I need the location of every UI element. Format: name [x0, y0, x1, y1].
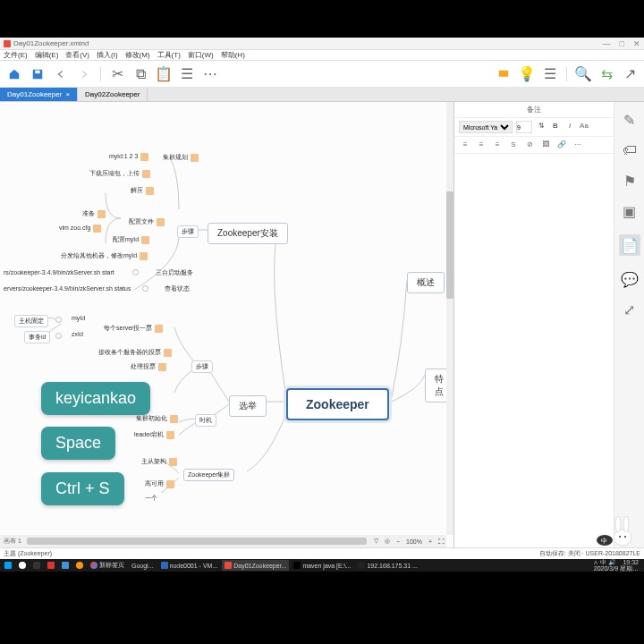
- vertical-scrollbar[interactable]: [446, 102, 453, 535]
- node-central[interactable]: Zookeeper: [286, 388, 389, 420]
- task-xmind[interactable]: Day01Zookeeper...: [222, 560, 289, 571]
- node-zxid[interactable]: zxId: [68, 330, 87, 338]
- node-cfgmyid[interactable]: 配置myId: [109, 234, 153, 245]
- scrollbar-thumb-h[interactable]: [27, 538, 367, 545]
- undo-icon[interactable]: [54, 67, 68, 81]
- task-search[interactable]: [16, 560, 29, 571]
- redo-icon[interactable]: [77, 67, 91, 81]
- font-select[interactable]: Microsoft Ya...: [459, 121, 513, 133]
- search-icon[interactable]: 🔍: [576, 67, 590, 81]
- node-upload[interactable]: 下载压缩包，上传: [86, 168, 154, 179]
- clear-icon[interactable]: ⊘: [523, 140, 536, 150]
- scrollbar-thumb[interactable]: [446, 191, 453, 299]
- node-recvvote[interactable]: 接收各个服务器的投票: [95, 347, 175, 358]
- image-icon[interactable]: 🖼: [539, 140, 552, 150]
- node-votepersrv[interactable]: 每个server投一票: [100, 323, 166, 334]
- font-size-input[interactable]: [516, 121, 532, 133]
- node-hostfix[interactable]: 主机固定: [14, 315, 48, 327]
- home-icon[interactable]: [7, 67, 21, 81]
- node-myid2[interactable]: myId: [68, 314, 89, 322]
- bulb-icon[interactable]: 💡: [520, 67, 534, 81]
- target-icon[interactable]: ◎: [383, 538, 392, 545]
- link-icon[interactable]: 🔗: [555, 140, 568, 150]
- node-ha[interactable]: 高可用: [141, 479, 178, 489]
- font-color-icon[interactable]: Aa: [579, 122, 589, 132]
- flag-icon[interactable]: ⚑: [623, 174, 637, 188]
- paste-icon[interactable]: 📋: [157, 67, 171, 81]
- node-one[interactable]: 一个: [141, 493, 161, 504]
- more-icon[interactable]: ⋯: [572, 140, 584, 150]
- node-vimzoo[interactable]: vim zoo.cfg: [55, 224, 105, 233]
- menu-view[interactable]: 查看(V): [65, 50, 89, 60]
- node-viewstatus[interactable]: 查看状态: [161, 284, 193, 294]
- tab-day02[interactable]: Day02Zookeeper: [78, 88, 148, 101]
- dropdown-icon[interactable]: ⋯: [203, 67, 217, 81]
- task-icon[interactable]: ▣: [623, 204, 637, 218]
- node-unzip[interactable]: 解压: [127, 185, 157, 196]
- menu-tools[interactable]: 工具(T): [157, 50, 181, 60]
- node-distribute[interactable]: 分发给其他机器，修改myId: [57, 250, 151, 261]
- node-startscript[interactable]: rs/zookeeper-3.4.9/bin/zkServer.sh start: [0, 268, 118, 276]
- align-center-icon[interactable]: ≡: [475, 140, 487, 150]
- node-handlevote[interactable]: 处理投票: [127, 361, 170, 372]
- zoom-in-icon[interactable]: +: [427, 538, 434, 545]
- list-icon[interactable]: ☰: [180, 67, 194, 81]
- node-myid-a[interactable]: myid:1 2 3: [106, 152, 152, 162]
- marker-icon[interactable]: 🏷: [623, 143, 637, 157]
- task-cortana[interactable]: [30, 560, 43, 571]
- bold-icon[interactable]: B: [550, 122, 561, 132]
- copy-icon[interactable]: ⧉: [133, 67, 148, 81]
- node-dot3[interactable]: [55, 317, 62, 323]
- node-steps2[interactable]: 步骤: [191, 360, 213, 373]
- overlay-key-2[interactable]: Space: [41, 427, 115, 460]
- comment-icon[interactable]: 💬: [623, 272, 637, 286]
- save-icon[interactable]: [30, 67, 45, 81]
- node-threestart[interactable]: 三台启动服务: [152, 267, 197, 278]
- tab-day01[interactable]: Day01Zookeeper×: [0, 88, 78, 101]
- node-overview[interactable]: 概述: [407, 272, 445, 293]
- export-icon[interactable]: ↗: [623, 67, 637, 81]
- node-dot1[interactable]: [132, 269, 139, 275]
- node-dot2[interactable]: [142, 285, 148, 292]
- theme-icon[interactable]: ☰: [543, 67, 557, 81]
- canvas[interactable]: Zookeeper Zookeeper安装 概述 特点 选举 Zookeeper…: [0, 102, 454, 547]
- node-election[interactable]: 选举: [229, 395, 267, 417]
- node-timing[interactable]: 时机: [195, 414, 216, 427]
- task-firefox[interactable]: [73, 560, 86, 571]
- notes-icon[interactable]: 📄: [619, 234, 640, 256]
- overlay-key-1[interactable]: keyicankao: [41, 382, 150, 415]
- zoom-out-icon[interactable]: −: [394, 538, 402, 545]
- menu-file[interactable]: 文件(E): [4, 50, 28, 60]
- task-idea[interactable]: maven java [E:\...: [291, 560, 353, 571]
- overlay-key-3[interactable]: Ctrl + S: [41, 472, 124, 505]
- maximize-icon[interactable]: □: [620, 39, 624, 48]
- node-install[interactable]: Zookeeper安装: [208, 223, 288, 244]
- fit-icon[interactable]: ▽: [372, 538, 380, 545]
- align-left-icon[interactable]: ≡: [459, 140, 471, 150]
- task-vmware[interactable]: node0001 - VM...: [158, 560, 221, 571]
- task-google[interactable]: Googl...: [129, 560, 157, 571]
- tray[interactable]: ∧ 中 🔊 19:32 2020/3/9 星期…: [593, 559, 642, 572]
- node-plan[interactable]: 集群规划: [159, 152, 202, 163]
- align-right-icon[interactable]: ≡: [491, 140, 504, 150]
- present-icon[interactable]: [496, 67, 511, 81]
- menu-modify[interactable]: 修改(M): [125, 50, 150, 60]
- close-icon[interactable]: ✕: [633, 39, 640, 48]
- size-stepper-icon[interactable]: ⇅: [536, 122, 547, 132]
- task-explorer[interactable]: [59, 560, 72, 571]
- node-ms[interactable]: 主从架构: [138, 456, 181, 467]
- task-terminal[interactable]: 192.168.175.31 ...: [355, 560, 419, 571]
- minimize-icon[interactable]: —: [603, 39, 611, 48]
- cut-icon[interactable]: ✂: [110, 67, 124, 81]
- italic-icon[interactable]: I: [564, 122, 575, 132]
- share-icon[interactable]: ⇆: [599, 67, 614, 81]
- menu-edit[interactable]: 编辑(E): [35, 50, 59, 60]
- node-cluster[interactable]: Zookeeper集群: [183, 469, 234, 481]
- node-dot4[interactable]: [55, 333, 62, 339]
- node-steps[interactable]: 步骤: [177, 225, 199, 238]
- node-statusscript[interactable]: ervers/zookeeper-3.4.9/bin/zkServer.sh s…: [0, 284, 134, 292]
- tab-close-icon[interactable]: ×: [65, 90, 70, 98]
- format-icon[interactable]: ✎: [623, 113, 637, 127]
- outline-icon[interactable]: ⤢: [623, 302, 637, 317]
- start-button[interactable]: [2, 560, 14, 571]
